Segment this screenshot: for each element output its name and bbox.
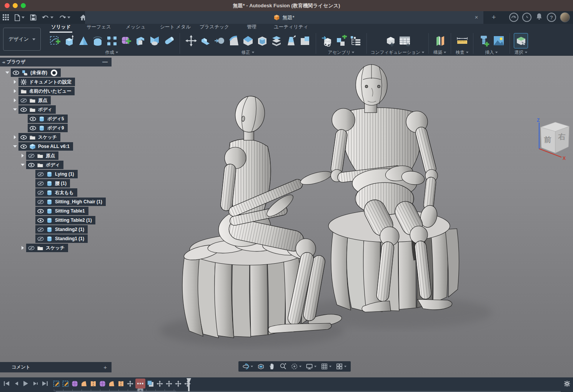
tab-plastic[interactable]: プラスチック xyxy=(200,24,229,32)
look-at-button[interactable] xyxy=(256,362,266,371)
tree-item-label[interactable]: スケッチ xyxy=(46,245,65,251)
tree-item-label[interactable]: 右太もも xyxy=(55,189,74,196)
tree-item[interactable]: 原点 xyxy=(0,96,115,105)
timeline-track[interactable] xyxy=(56,391,561,392)
tree-item[interactable]: Standing1 (1) xyxy=(0,234,115,243)
tree-item-label[interactable]: Standing1 (1) xyxy=(55,236,84,241)
tree-item[interactable]: (未保存) xyxy=(0,68,115,77)
timeline-feature-form[interactable] xyxy=(71,379,79,388)
combine-button[interactable] xyxy=(198,33,212,48)
timeline-feature-fillet[interactable] xyxy=(108,379,116,388)
pan-button[interactable] xyxy=(267,362,277,371)
tree-item[interactable]: 腰 (1) xyxy=(0,179,115,188)
offset-face-button[interactable] xyxy=(269,33,283,48)
app-grid-icon[interactable] xyxy=(0,13,12,23)
group-configuration-label[interactable]: コンフィギュレーション xyxy=(371,50,425,55)
shell-button[interactable] xyxy=(255,33,269,48)
tree-item-label[interactable]: ドキュメントの設定 xyxy=(29,79,72,85)
tree-item[interactable]: Lying (1) xyxy=(0,169,115,179)
close-tab-icon[interactable]: × xyxy=(473,13,480,21)
insert-canvas-button[interactable] xyxy=(491,33,506,48)
new-configuration-button[interactable] xyxy=(383,33,398,48)
group-modify-label[interactable]: 修正 xyxy=(242,50,255,55)
tree-item-label[interactable]: ボディ9 xyxy=(47,125,64,131)
timeline-feature-group-selected[interactable]: + xyxy=(135,379,145,389)
tree-item-label[interactable]: ボディ5 xyxy=(47,116,64,122)
timeline-settings-gear-icon[interactable] xyxy=(564,380,570,389)
insert-mcmaster-button[interactable] xyxy=(477,33,491,48)
chamfer-button[interactable] xyxy=(241,33,255,48)
tree-expander-icon[interactable] xyxy=(19,246,26,250)
tab-surface[interactable]: サーフェス xyxy=(87,24,111,32)
skip-to-start-button[interactable] xyxy=(2,379,10,387)
job-status-clock-icon[interactable] xyxy=(522,13,531,22)
tree-expander-icon[interactable] xyxy=(12,145,18,148)
tab-solid[interactable]: ソリッド xyxy=(51,24,71,32)
group-assembly-label[interactable]: アセンブリ xyxy=(328,50,355,55)
tree-item[interactable]: Sitting_High Chair (1) xyxy=(0,197,115,206)
play-button[interactable] xyxy=(22,379,30,387)
tree-item-label[interactable]: Lying (1) xyxy=(55,171,74,177)
pattern-button[interactable] xyxy=(105,33,119,48)
extrude-button[interactable] xyxy=(62,33,76,48)
tree-expander-icon[interactable] xyxy=(12,80,18,84)
viewcube[interactable]: Z X 前 右 xyxy=(532,117,573,160)
tree-item-label[interactable]: Sitting Table2 (1) xyxy=(55,218,92,223)
tree-item[interactable]: Sitting Table1 xyxy=(0,206,115,216)
group-construct-label[interactable]: 構築 xyxy=(433,50,446,55)
tree-item-label[interactable]: (未保存) xyxy=(30,70,47,76)
step-back-button[interactable] xyxy=(12,379,20,387)
timeline-feature-stitch[interactable] xyxy=(117,379,125,388)
tree-expander-icon[interactable] xyxy=(12,108,18,111)
visibility-eye-icon[interactable] xyxy=(37,236,44,242)
tree-item-label[interactable]: 原点 xyxy=(46,153,55,159)
orbit-button[interactable] xyxy=(241,362,255,371)
tree-item[interactable]: ボディ5 xyxy=(0,114,115,123)
tree-expander-icon[interactable] xyxy=(12,98,18,102)
group-inspect-label[interactable]: 検査 xyxy=(456,50,469,55)
tree-item-label[interactable]: 原点 xyxy=(38,97,47,104)
undo-button[interactable] xyxy=(39,13,56,23)
new-component-button[interactable] xyxy=(334,33,348,48)
group-insert-label[interactable]: 挿入 xyxy=(485,50,498,55)
timeline-feature-stitch[interactable] xyxy=(89,379,97,388)
visibility-eye-icon[interactable] xyxy=(28,153,35,159)
workspace-selector-button[interactable]: デザイン xyxy=(3,28,41,51)
visibility-eye-icon[interactable] xyxy=(13,70,19,76)
skip-to-end-button[interactable] xyxy=(41,379,49,387)
tree-expander-icon[interactable] xyxy=(4,71,11,74)
browser-collapse-icon[interactable]: ◂◂ xyxy=(2,60,4,64)
tree-item-label[interactable]: Sitting Table1 xyxy=(55,208,85,214)
step-forward-button[interactable] xyxy=(31,379,39,387)
move-copy-button[interactable] xyxy=(184,33,198,48)
replace-face-button[interactable] xyxy=(298,33,312,48)
viewports-button[interactable] xyxy=(334,362,348,371)
visibility-eye-icon[interactable] xyxy=(28,245,35,251)
fillet-button[interactable] xyxy=(227,33,241,48)
tree-expander-icon[interactable] xyxy=(12,135,18,139)
boundary-fill-button[interactable] xyxy=(133,33,147,48)
tab-sheet-metal[interactable]: シート メタル xyxy=(160,24,191,32)
tree-item-label[interactable]: ボディ xyxy=(46,162,60,168)
save-button[interactable] xyxy=(27,13,39,23)
redo-button[interactable] xyxy=(56,13,73,23)
draft-button[interactable] xyxy=(283,33,298,48)
timeline-feature-sketch[interactable] xyxy=(52,379,60,388)
visibility-eye-icon[interactable] xyxy=(30,116,36,122)
tree-item[interactable]: 右太もも xyxy=(0,188,115,197)
tree-item-label[interactable]: Pose ALL v6:1 xyxy=(38,144,70,149)
grid-snap-button[interactable] xyxy=(319,362,333,371)
tree-item[interactable]: ボディ xyxy=(0,160,115,169)
measure-button[interactable] xyxy=(455,33,469,48)
tree-item[interactable]: 原点 xyxy=(0,151,115,160)
tab-manage[interactable]: 管理 xyxy=(247,24,257,32)
tree-item-label[interactable]: Standing2 (1) xyxy=(55,227,84,232)
timeline-feature-move[interactable] xyxy=(165,379,173,388)
comments-bar[interactable]: コメント + xyxy=(0,362,112,372)
timeline-feature-fillet[interactable] xyxy=(80,379,88,388)
activate-component-radio[interactable] xyxy=(51,70,57,76)
zoom-button[interactable] xyxy=(278,362,288,371)
insert-derive-button[interactable] xyxy=(320,33,334,48)
visibility-eye-icon[interactable] xyxy=(37,171,44,178)
configuration-table-button[interactable] xyxy=(398,33,412,48)
